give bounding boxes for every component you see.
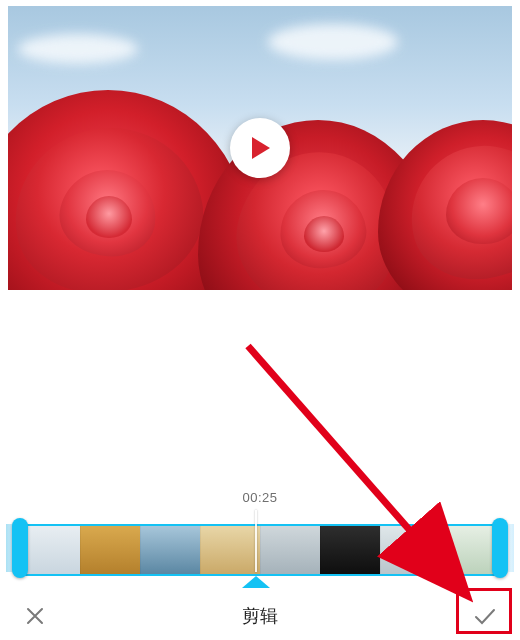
close-icon — [25, 606, 45, 626]
trim-bar[interactable] — [6, 510, 514, 580]
cancel-button[interactable] — [18, 599, 52, 633]
check-icon — [473, 606, 497, 626]
video-preview[interactable] — [8, 6, 512, 290]
confirm-button[interactable] — [468, 599, 502, 633]
editor-screen: 00:25 剪辑 — [0, 0, 520, 640]
thumbnail[interactable] — [200, 526, 260, 574]
thumbnail[interactable] — [320, 526, 380, 574]
thumbnail[interactable] — [80, 526, 140, 574]
cloud — [268, 24, 398, 60]
thumbnail[interactable] — [380, 526, 440, 574]
thumbnail[interactable] — [440, 526, 500, 574]
bottom-bar: 剪辑 — [0, 592, 520, 640]
thumbnail[interactable] — [20, 526, 80, 574]
current-time: 00:25 — [0, 490, 520, 505]
thumbnail[interactable] — [140, 526, 200, 574]
cloud — [18, 34, 138, 64]
trim-handle-right[interactable] — [492, 518, 508, 578]
play-icon — [249, 136, 271, 160]
editor-title: 剪辑 — [242, 604, 278, 628]
playhead-indicator[interactable] — [242, 576, 270, 586]
play-button[interactable] — [230, 118, 290, 178]
thumbnail-strip[interactable] — [20, 524, 500, 576]
thumbnail[interactable] — [260, 526, 320, 574]
trim-handle-left[interactable] — [12, 518, 28, 578]
